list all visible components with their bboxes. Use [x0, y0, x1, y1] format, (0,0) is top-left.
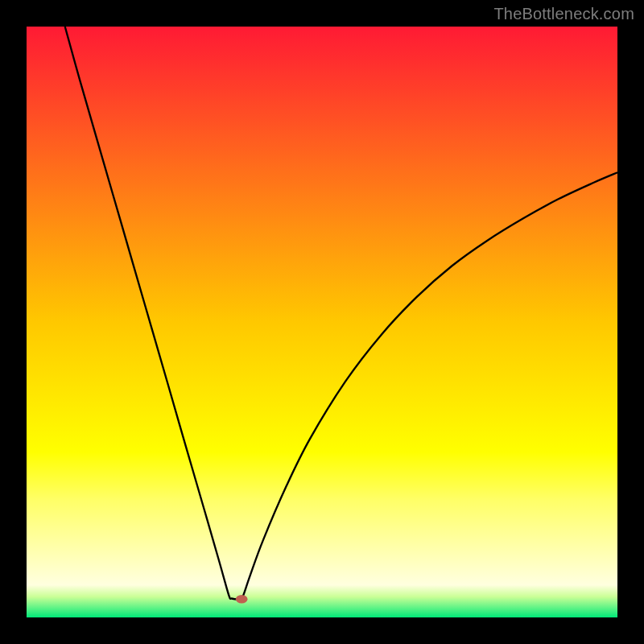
- optimal-marker: [236, 595, 248, 603]
- chart-background: [27, 27, 617, 617]
- watermark-text: TheBottleneck.com: [493, 5, 634, 23]
- chart-frame: [27, 27, 617, 617]
- bottleneck-chart: [27, 27, 617, 617]
